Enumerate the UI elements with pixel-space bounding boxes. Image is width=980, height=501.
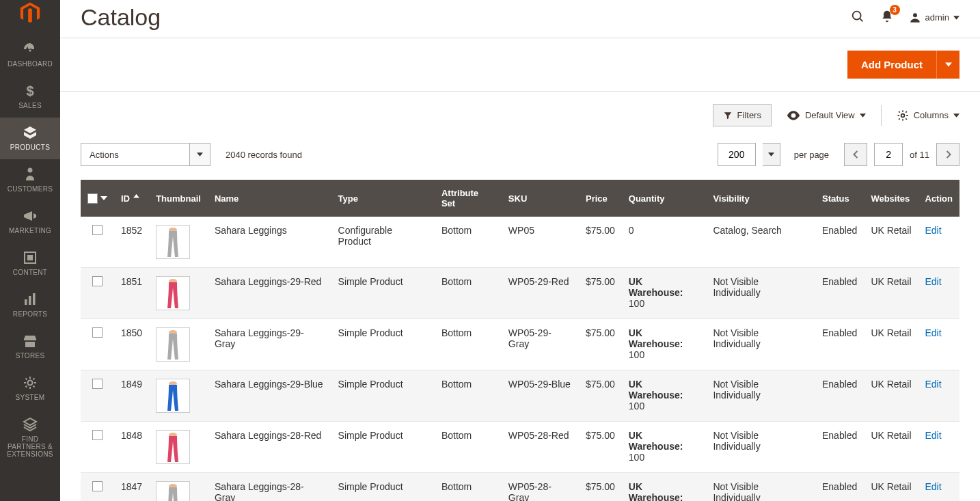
col-quantity[interactable]: Quantity bbox=[622, 180, 707, 217]
grid-toolbar-upper: Filters Default View Columns bbox=[60, 92, 980, 132]
caret-down-icon bbox=[189, 144, 210, 165]
col-name[interactable]: Name bbox=[208, 180, 331, 217]
total-pages-label: of 11 bbox=[910, 150, 929, 160]
cell-price: $75.00 bbox=[579, 217, 622, 268]
chevron-right-icon bbox=[945, 150, 951, 159]
edit-link[interactable]: Edit bbox=[925, 379, 942, 390]
svg-text:$: $ bbox=[26, 83, 33, 98]
edit-link[interactable]: Edit bbox=[925, 327, 942, 338]
prev-page-button[interactable] bbox=[844, 143, 867, 166]
filters-button[interactable]: Filters bbox=[713, 104, 772, 126]
edit-link[interactable]: Edit bbox=[925, 481, 942, 492]
product-thumbnail[interactable] bbox=[156, 430, 190, 464]
sidebar-item-customers[interactable]: Customers bbox=[0, 159, 60, 201]
action-bar: Add Product bbox=[60, 38, 980, 92]
edit-link[interactable]: Edit bbox=[925, 430, 942, 441]
cell-price: $75.00 bbox=[579, 268, 622, 319]
magento-logo[interactable] bbox=[0, 0, 60, 34]
sidebar-item-system[interactable]: System bbox=[0, 368, 60, 409]
row-checkbox[interactable] bbox=[92, 430, 103, 440]
table-row[interactable]: 1848 Sahara Leggings-28-Red Simple Produ… bbox=[81, 422, 959, 473]
col-action[interactable]: Action bbox=[918, 180, 960, 217]
row-checkbox[interactable] bbox=[92, 225, 103, 235]
edit-link[interactable]: Edit bbox=[925, 276, 942, 287]
col-attribute-set[interactable]: Attribute Set bbox=[435, 180, 502, 217]
row-checkbox[interactable] bbox=[92, 481, 103, 491]
col-id[interactable]: ID bbox=[114, 180, 149, 217]
svg-line-10 bbox=[860, 18, 862, 21]
cell-id: 1850 bbox=[114, 319, 149, 370]
svg-point-12 bbox=[901, 113, 904, 117]
next-page-button[interactable] bbox=[936, 143, 959, 166]
add-product-dropdown-button[interactable] bbox=[936, 51, 959, 79]
sidebar-item-sales[interactable]: $Sales bbox=[0, 76, 60, 118]
sidebar-item-content[interactable]: Content bbox=[0, 243, 60, 284]
col-status[interactable]: Status bbox=[815, 180, 864, 217]
user-icon bbox=[909, 12, 921, 24]
product-thumbnail[interactable] bbox=[156, 276, 190, 310]
cell-id: 1852 bbox=[114, 217, 149, 268]
pagination: of 11 bbox=[844, 143, 959, 166]
caret-down-icon[interactable] bbox=[100, 195, 107, 201]
gear-icon bbox=[897, 109, 909, 122]
table-row[interactable]: 1847 Sahara Leggings-28-Gray Simple Prod… bbox=[81, 473, 959, 502]
view-switcher-label: Default View bbox=[805, 110, 855, 120]
view-switcher-button[interactable]: Default View bbox=[787, 110, 866, 120]
username-label: admin bbox=[925, 12, 949, 23]
notifications-button[interactable]: 3 bbox=[880, 9, 894, 26]
chevron-left-icon bbox=[853, 150, 859, 159]
cell-thumbnail bbox=[149, 319, 208, 370]
row-checkbox[interactable] bbox=[92, 379, 103, 389]
cell-type: Simple Product bbox=[331, 319, 435, 370]
edit-link[interactable]: Edit bbox=[925, 225, 942, 236]
sidebar-item-label: System bbox=[3, 394, 57, 401]
col-sku[interactable]: SKU bbox=[502, 180, 579, 217]
product-thumbnail[interactable] bbox=[156, 225, 190, 259]
system-icon bbox=[3, 375, 57, 391]
per-page-dropdown-button[interactable] bbox=[763, 143, 780, 166]
mass-actions-select[interactable]: Actions bbox=[81, 143, 210, 166]
product-thumbnail[interactable] bbox=[156, 327, 190, 362]
cell-status: Enabled bbox=[815, 473, 864, 502]
table-row[interactable]: 1851 Sahara Leggings-29-Red Simple Produ… bbox=[81, 268, 959, 319]
sidebar-item-products[interactable]: Products bbox=[0, 118, 60, 159]
svg-point-0 bbox=[29, 49, 31, 51]
col-price[interactable]: Price bbox=[579, 180, 622, 217]
sidebar-item-label: Marketing bbox=[3, 227, 57, 234]
product-thumbnail-image bbox=[163, 483, 182, 501]
cell-name: Sahara Leggings bbox=[208, 217, 331, 268]
table-row[interactable]: 1849 Sahara Leggings-29-Blue Simple Prod… bbox=[81, 370, 959, 422]
row-checkbox[interactable] bbox=[92, 276, 103, 286]
search-icon[interactable] bbox=[850, 9, 865, 26]
cell-price: $75.00 bbox=[579, 422, 622, 473]
select-all-checkbox[interactable] bbox=[87, 193, 98, 204]
caret-down-icon bbox=[945, 62, 952, 67]
table-row[interactable]: 1852 Sahara Leggings Configurable Produc… bbox=[81, 217, 959, 268]
sidebar-item-label: Products bbox=[3, 144, 57, 151]
col-thumbnail[interactable]: Thumbnail bbox=[149, 180, 208, 217]
columns-button[interactable]: Columns bbox=[897, 109, 959, 122]
table-row[interactable]: 1850 Sahara Leggings-29-Gray Simple Prod… bbox=[81, 319, 959, 370]
product-thumbnail-image bbox=[163, 278, 182, 310]
current-page-input[interactable] bbox=[874, 143, 903, 166]
main-panel: Catalog 3 admin Add Product Filters bbox=[60, 0, 980, 501]
add-product-button[interactable]: Add Product bbox=[847, 51, 936, 79]
product-thumbnail[interactable] bbox=[156, 481, 190, 501]
col-websites[interactable]: Websites bbox=[864, 180, 918, 217]
cell-quantity: UK Warehouse:100 bbox=[622, 422, 707, 473]
col-type[interactable]: Type bbox=[331, 180, 435, 217]
sidebar-item-marketing[interactable]: Marketing bbox=[0, 201, 60, 243]
sidebar-item-stores[interactable]: Stores bbox=[0, 326, 60, 368]
records-found-label: 2040 records found bbox=[226, 150, 302, 160]
product-thumbnail[interactable] bbox=[156, 379, 190, 413]
row-checkbox[interactable] bbox=[92, 327, 103, 338]
cell-name: Sahara Leggings-29-Red bbox=[208, 268, 331, 319]
per-page-input[interactable] bbox=[718, 143, 756, 166]
sidebar-item-dashboard[interactable]: Dashboard bbox=[0, 34, 60, 76]
sidebar-item-reports[interactable]: Reports bbox=[0, 284, 60, 326]
col-visibility[interactable]: Visibility bbox=[706, 180, 815, 217]
cell-name: Sahara Leggings-28-Gray bbox=[208, 473, 331, 502]
dashboard-icon bbox=[3, 41, 57, 57]
user-menu-button[interactable]: admin bbox=[909, 12, 959, 24]
sidebar-item-partners[interactable]: Find Partners & Extensions bbox=[0, 409, 60, 466]
